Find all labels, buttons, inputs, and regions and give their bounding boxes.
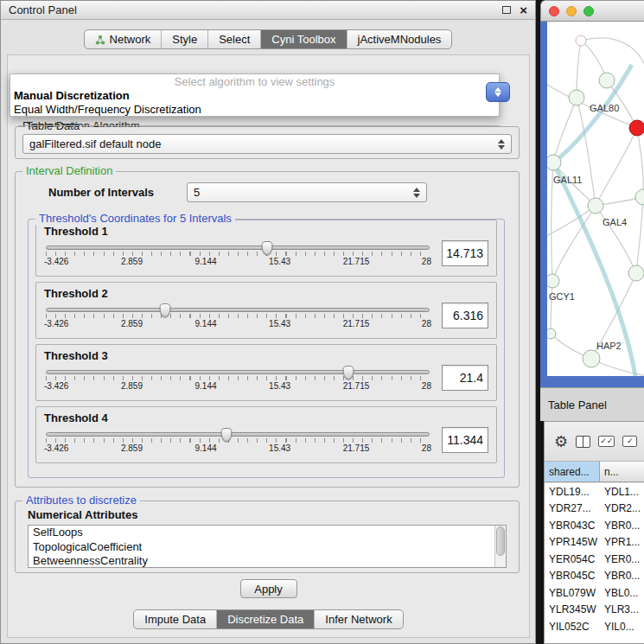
tick-label: -3.426 bbox=[44, 381, 68, 391]
interval-definition-legend: Interval Definition bbox=[22, 164, 116, 177]
list-item[interactable]: TopologicalCoefficient bbox=[29, 540, 506, 555]
columns-icon[interactable] bbox=[576, 436, 590, 448]
combo-value: 5 bbox=[194, 186, 411, 199]
zoom-traffic-light[interactable] bbox=[583, 6, 594, 16]
slider-track[interactable] bbox=[46, 370, 430, 374]
table-row[interactable]: YBR043CYBR0... bbox=[545, 517, 644, 534]
network-nodes bbox=[547, 35, 644, 367]
tick-label: -3.426 bbox=[44, 319, 68, 328]
column-header-shared-name[interactable]: shared... bbox=[545, 462, 600, 481]
slider-track[interactable] bbox=[46, 308, 430, 312]
attributes-scrollbar[interactable] bbox=[494, 526, 506, 567]
slider-track[interactable] bbox=[46, 245, 430, 250]
threshold-slider[interactable]: -3.426 2.859 9.144 15.43 21.715 28 bbox=[44, 239, 431, 266]
control-panel-tabs: Network Style Select Cyni Toolbox jActiv… bbox=[84, 29, 453, 49]
table-row[interactable]: YIL052CYIL0... bbox=[545, 618, 644, 635]
node-hap2[interactable] bbox=[583, 350, 600, 367]
table-row[interactable]: YDL19...YDL1... bbox=[545, 483, 644, 501]
tab-network[interactable]: Network bbox=[85, 30, 162, 48]
thresholds-group: Threshold's Coordinates for 5 Intervals … bbox=[28, 219, 505, 478]
threshold-slider[interactable]: -3.426 2.859 9.144 15.43 21.715 28 bbox=[44, 302, 431, 328]
node-gal4[interactable] bbox=[588, 198, 603, 214]
threshold-slider[interactable]: -3.426 2.859 9.144 15.43 21.715 28 bbox=[44, 364, 431, 391]
table-body: YDL19...YDL1... YDR27...YDR2... YBR043CY… bbox=[545, 483, 644, 643]
tab-select[interactable]: Select bbox=[207, 30, 260, 48]
threshold-value-input[interactable] bbox=[442, 303, 488, 328]
network-window-titlebar bbox=[540, 0, 644, 22]
cell: YDR27... bbox=[545, 502, 600, 514]
algorithm-option-equal-width[interactable]: Equal Width/Frequency Discretization bbox=[10, 103, 499, 117]
table-data-select[interactable]: galFiltered.sif default node bbox=[22, 134, 512, 154]
threshold-value-input[interactable] bbox=[442, 365, 488, 391]
node[interactable] bbox=[599, 73, 615, 88]
threshold-panel: Threshold 1 -3.426 2.859 9.144 bbox=[35, 220, 497, 277]
node[interactable] bbox=[628, 265, 644, 281]
cell: YDL19... bbox=[545, 486, 600, 498]
table-row[interactable]: YLR345WYLR3... bbox=[545, 602, 644, 619]
node-label: GCY1 bbox=[549, 291, 575, 302]
tab-style[interactable]: Style bbox=[161, 30, 207, 48]
minimize-traffic-light[interactable] bbox=[566, 6, 577, 16]
tick-label: 9.144 bbox=[195, 443, 217, 453]
tab-impute-data[interactable]: Impute Data bbox=[134, 610, 216, 628]
threshold-value-input[interactable] bbox=[442, 240, 488, 266]
algorithm-combo-stepper[interactable] bbox=[486, 82, 510, 102]
thresholds-legend: Threshold's Coordinates for 5 Intervals bbox=[35, 212, 235, 225]
node-label: GAL80 bbox=[590, 103, 619, 113]
threshold-slider[interactable]: -3.426 2.859 9.144 15.43 21.715 28 bbox=[44, 426, 431, 453]
tick-label: 15.43 bbox=[269, 319, 290, 328]
threshold-label: Threshold 1 bbox=[44, 225, 488, 238]
list-item[interactable]: SelfLoops bbox=[29, 526, 506, 540]
float-window-icon[interactable] bbox=[502, 6, 511, 14]
threshold-panel: Threshold 4 -3.426 2.859 9.144 bbox=[35, 406, 497, 463]
node[interactable] bbox=[576, 35, 586, 46]
table-row[interactable]: YDR27...YDR2... bbox=[545, 501, 644, 518]
table-row[interactable]: YPR145WYPR1... bbox=[545, 534, 644, 552]
scrollbar-thumb[interactable] bbox=[496, 526, 505, 556]
slider-track[interactable] bbox=[46, 432, 430, 437]
table-panel-title: Table Panel bbox=[548, 399, 607, 411]
node-gal11[interactable] bbox=[547, 155, 561, 170]
select-all-icon[interactable]: ✓ bbox=[622, 436, 637, 447]
number-of-intervals-select[interactable]: 5 bbox=[187, 182, 427, 202]
node-gal80[interactable] bbox=[569, 90, 584, 105]
tab-label: Discretize Data bbox=[227, 613, 303, 626]
network-canvas[interactable]: GAL80 GAL11 GAL4 GCY1 HAP2 bbox=[547, 22, 644, 376]
stepper-icon bbox=[495, 139, 507, 150]
tab-jactivemnodules[interactable]: jActiveMNodules bbox=[347, 30, 452, 48]
tick-label: 2.859 bbox=[121, 257, 143, 266]
table-row[interactable]: YBL079WYBL0... bbox=[545, 584, 644, 602]
number-of-intervals-label: Number of Intervals bbox=[48, 186, 154, 199]
table-panel-header: Table Panel bbox=[540, 387, 644, 421]
node-label: HAP2 bbox=[596, 341, 622, 351]
discretization-algorithm-border bbox=[18, 125, 500, 126]
close-icon[interactable]: × bbox=[520, 3, 527, 16]
table-panel-window: ⚙ ✓✓ ✓ shared... n... YDL19...YDL1... YD… bbox=[544, 421, 644, 644]
table-row[interactable]: YBR045CYBR0... bbox=[545, 568, 644, 585]
gear-icon[interactable]: ⚙ bbox=[554, 434, 568, 450]
attributes-list: SelfLoops TopologicalCoefficient Between… bbox=[28, 525, 507, 568]
apply-button[interactable]: Apply bbox=[240, 579, 297, 598]
table-row[interactable]: YER054CYER0... bbox=[545, 551, 644, 568]
node[interactable] bbox=[547, 328, 556, 339]
node-gcy1[interactable] bbox=[547, 274, 559, 288]
list-item[interactable]: BetweennessCentrality bbox=[29, 554, 506, 568]
slider-scale: -3.426 2.859 9.144 15.43 21.715 28 bbox=[44, 381, 431, 391]
tab-cyni-toolbox[interactable]: Cyni Toolbox bbox=[260, 30, 346, 48]
column-header-name[interactable]: n... bbox=[600, 462, 644, 481]
cell: YIL0... bbox=[600, 621, 644, 633]
node[interactable] bbox=[635, 189, 644, 205]
tab-infer-network[interactable]: Infer Network bbox=[314, 610, 402, 628]
tick-label: 28 bbox=[422, 257, 431, 266]
tick-label: 9.144 bbox=[195, 319, 217, 328]
tab-discretize-data[interactable]: Discretize Data bbox=[216, 610, 314, 628]
algorithm-option-manual[interactable]: Manual Discretization bbox=[10, 89, 499, 103]
close-traffic-light[interactable] bbox=[549, 6, 559, 16]
threshold-value-input[interactable] bbox=[442, 427, 488, 453]
cyni-toolbox-panel: Discretization Algorithm Table Data galF… bbox=[7, 54, 530, 638]
selected-node[interactable] bbox=[629, 120, 644, 136]
tick-label: 21.715 bbox=[343, 319, 370, 328]
select-columns-icon[interactable]: ✓✓ bbox=[598, 436, 615, 447]
slider-ticks bbox=[46, 438, 430, 443]
tick-label: 21.715 bbox=[343, 381, 370, 391]
